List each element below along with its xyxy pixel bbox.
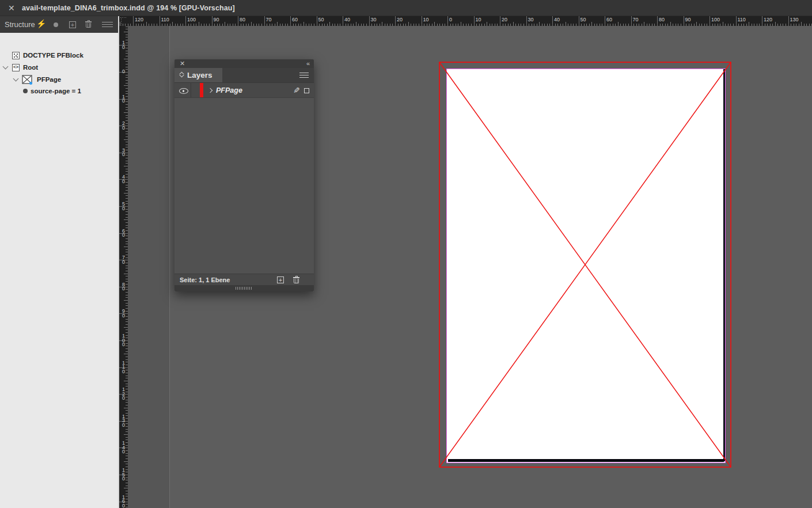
ruler-minor-tick <box>566 22 566 26</box>
ruler-minor-tick <box>521 24 521 26</box>
chevron-down-icon[interactable] <box>3 64 9 70</box>
ruler-minor-tick <box>124 300 128 301</box>
ruler-minor-tick <box>272 24 272 26</box>
ruler-minor-tick <box>450 24 451 26</box>
record-circle-icon[interactable] <box>54 22 58 27</box>
ruler-minor-tick <box>463 24 464 26</box>
edit-pencil-icon[interactable]: ✎ <box>293 86 300 95</box>
ruler-label: 1 2 0 <box>119 388 128 401</box>
ruler-minor-tick <box>442 24 443 26</box>
delete-element-trash-icon[interactable] <box>85 21 92 28</box>
tree-row-source-page[interactable]: source-page = 1 <box>0 85 118 97</box>
delete-layer-trash-icon[interactable] <box>293 276 299 283</box>
ruler-minor-tick <box>416 24 416 26</box>
tree-row-pfpage[interactable]: PFPage <box>0 74 118 86</box>
ruler-minor-tick <box>557 24 558 26</box>
ruler-minor-tick <box>124 354 128 354</box>
ruler-minor-tick <box>636 24 637 26</box>
document-close-icon[interactable]: ✕ <box>8 3 15 13</box>
ruler-label: 110 <box>738 17 746 22</box>
chevron-right-icon[interactable] <box>208 88 213 93</box>
ruler-label: 30 <box>528 17 534 22</box>
ruler-minor-tick <box>720 24 720 26</box>
ruler-minor-tick <box>306 24 306 26</box>
ruler-minor-tick <box>786 24 786 26</box>
layer-row-pfpage[interactable]: PFPage ✎ <box>174 82 314 98</box>
panel-collapse-icon[interactable]: « <box>306 59 309 67</box>
ruler-minor-tick <box>772 24 773 26</box>
ruler-label: 60 <box>606 17 612 22</box>
tree-label-root[interactable]: Root <box>23 64 38 71</box>
ruler-minor-tick <box>403 24 404 26</box>
ruler-minor-tick <box>518 24 519 26</box>
ruler-minor-tick <box>346 24 346 26</box>
ruler-minor-tick <box>439 24 440 26</box>
ruler-major-tick <box>395 16 396 26</box>
structure-menu-icon[interactable] <box>102 22 113 27</box>
tree-label-source-page[interactable]: source-page = 1 <box>31 88 81 94</box>
ruler-minor-tick <box>241 24 241 26</box>
tree-row-doctype[interactable]: DOCTYPE PFBlock <box>0 50 118 62</box>
ruler-minor-tick <box>253 24 254 26</box>
vertical-ruler[interactable]: 1 001 02 03 04 05 06 07 08 09 01 0 01 1 … <box>119 26 128 508</box>
ruler-minor-tick <box>285 24 286 26</box>
add-element-icon[interactable]: + <box>69 21 76 28</box>
ruler-minor-tick <box>206 24 207 26</box>
tab-layers[interactable]: Layers <box>174 68 222 82</box>
ruler-minor-tick <box>633 24 634 26</box>
layers-panel-resize-bar[interactable] <box>174 285 314 291</box>
ruler-label: 40 <box>344 17 350 22</box>
ruler-label: 50 <box>318 17 324 22</box>
layers-panel-menu-icon[interactable] <box>299 73 309 78</box>
ruler-minor-tick <box>124 139 128 140</box>
panel-close-icon[interactable]: ✕ <box>180 60 185 67</box>
ruler-minor-tick <box>555 24 556 26</box>
layer-visibility-eye-icon[interactable] <box>179 88 188 94</box>
ruler-minor-tick <box>361 24 362 26</box>
ruler-minor-tick <box>298 24 299 26</box>
ruler-minor-tick <box>476 24 477 26</box>
ruler-minor-tick <box>327 24 328 26</box>
ruler-minor-tick <box>694 24 695 26</box>
ruler-minor-tick <box>172 22 173 26</box>
tree-row-root[interactable]: <> Root <box>0 62 118 74</box>
ruler-minor-tick <box>532 24 532 26</box>
tree-label-pfpage[interactable]: PFPage <box>37 76 61 83</box>
ruler-minor-tick <box>337 24 338 26</box>
attribute-bullet-icon <box>23 89 28 93</box>
ruler-minor-tick <box>124 85 128 86</box>
empty-graphic-frame[interactable] <box>439 62 731 468</box>
ruler-minor-tick <box>602 24 602 26</box>
new-layer-icon[interactable]: + <box>277 276 284 283</box>
layer-name[interactable]: PFPage <box>216 86 242 94</box>
chevron-down-icon[interactable] <box>13 76 19 82</box>
ruler-minor-tick <box>214 24 215 26</box>
ruler-minor-tick <box>757 24 757 26</box>
ruler-minor-tick <box>707 24 707 26</box>
tree-label-doctype[interactable]: DOCTYPE PFBlock <box>23 52 84 59</box>
ruler-minor-tick <box>759 24 760 26</box>
ruler-minor-tick <box>568 24 568 26</box>
ruler-origin-corner[interactable] <box>120 17 127 25</box>
ruler-minor-tick <box>233 24 233 26</box>
validate-lightning-icon[interactable]: ⚡ <box>36 20 46 28</box>
ruler-minor-tick <box>303 22 304 26</box>
ruler-minor-tick <box>351 24 351 26</box>
layers-panel-statusbar: Seite: 1, 1 Ebene + <box>174 274 314 285</box>
ruler-minor-tick <box>267 24 267 26</box>
ruler-minor-tick <box>230 24 230 26</box>
ruler-minor-tick <box>775 22 776 26</box>
ruler-minor-tick <box>219 24 220 26</box>
ruler-minor-tick <box>432 24 432 26</box>
ruler-minor-tick <box>673 24 673 26</box>
horizontal-ruler[interactable]: 1201101009080706050403020100102030405060… <box>119 16 812 26</box>
ruler-major-tick <box>317 16 317 26</box>
ruler-minor-tick <box>594 24 595 26</box>
ruler-minor-tick <box>319 24 320 26</box>
layers-panel-titlebar[interactable]: ✕ « <box>174 59 314 68</box>
ruler-minor-tick <box>589 24 590 26</box>
ruler-minor-tick <box>746 24 747 26</box>
layer-target-square-icon[interactable] <box>304 88 309 93</box>
ruler-minor-tick <box>510 24 511 26</box>
ruler-minor-tick <box>204 24 204 26</box>
